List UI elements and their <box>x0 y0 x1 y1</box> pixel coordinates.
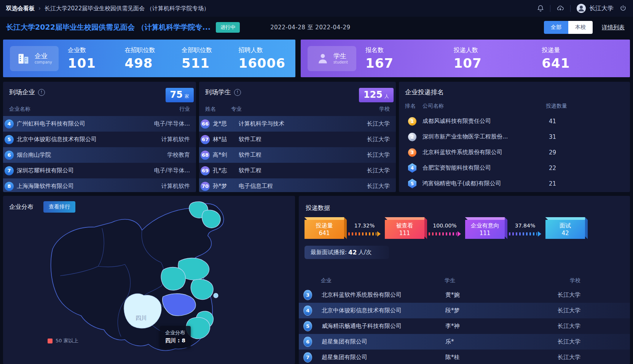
stat-value: 641 <box>542 56 630 71</box>
ranking-delivery-count: 29 <box>546 149 556 156</box>
student-table-header: 姓名 专业 学校 <box>199 106 396 113</box>
funnel-label: 被查看 <box>396 222 413 229</box>
ranking-delivery-count: 21 <box>546 180 556 187</box>
row-number-badge: 70 <box>201 182 210 191</box>
student-stats-card: 学生 student 报名数 167 投递人数 107 投递量 641 <box>301 40 630 77</box>
funnel-rate-2: 100.00% <box>424 223 465 237</box>
row-number-badge: 67 <box>201 135 210 144</box>
company-icon-box: 企业 company <box>10 46 59 71</box>
china-map[interactable]: 四川 <box>30 200 258 356</box>
ranking-delivery-count: 31 <box>546 134 556 140</box>
company-icon-label: 企业 <box>35 52 52 60</box>
student-name: 林*喆 <box>213 136 239 143</box>
row-number-badge: 8 <box>5 182 14 191</box>
company-distribution-panel: 企业分布 查看排行 <box>3 196 295 364</box>
row-number-badge: 7 <box>5 166 14 175</box>
scope-toggle: 全部 本校 <box>544 21 593 34</box>
broadcast-unit: 人/次 <box>358 249 372 256</box>
ranking-row: 1 成都风诚科技有限责任公司 41 <box>399 113 630 129</box>
row-number-badge: 4 <box>303 305 312 316</box>
dashboard-app: 双选会看板 长江大学2022届毕业生校园供需见面会 （计算机科学学院专场） 长江… <box>0 0 633 364</box>
broadcast-label: 最新面试播报: <box>311 249 347 256</box>
row-number-badge: 5 <box>303 321 312 331</box>
company-name: 上海海隆软件有限公司 <box>17 183 161 190</box>
student-count-value: 125 <box>364 89 383 100</box>
middle-panels: 到场企业 75 家 企业名称 行业 4 广州虹科电子科技有限公司 电子/半导体.… <box>0 77 633 192</box>
company-industry: 学校教育 <box>167 151 190 159</box>
delivery-company: 北京科蓝软件系统股份有限公司 <box>322 291 445 299</box>
delivery-company: 超星集团有限公司 <box>322 338 445 345</box>
student-row: 67 林*喆 软件工程 长江大学 <box>199 132 396 147</box>
breadcrumb-current: 长江大学2022届毕业生校园供需见面会 （计算机科学学院专场） <box>45 5 209 12</box>
info-icon[interactable] <box>38 89 45 96</box>
student-name: 高*剑 <box>213 151 239 159</box>
dotted-arrow-icon <box>348 231 381 237</box>
stat-value: 167 <box>365 56 454 71</box>
col-company-name: 企业名称 <box>9 106 179 113</box>
company-industry: 计算机软件 <box>161 136 190 143</box>
funnel-label: 面试 <box>560 222 571 229</box>
col-delivery-student: 学生 <box>445 277 570 284</box>
ranking-company-name: 成都风诚科技有限责任公司 <box>423 118 546 125</box>
ranking-row: 2 深圳市新产业生物医学工程股份... 31 <box>399 129 630 145</box>
toggle-all[interactable]: 全部 <box>544 21 568 34</box>
company-industry: 电子/半导体... <box>154 120 190 127</box>
stat-label: 投递人数 <box>454 46 542 54</box>
divider <box>550 5 550 12</box>
user-menu[interactable]: 长江大学 <box>576 3 614 13</box>
breadcrumb-root[interactable]: 双选会看板 <box>6 5 35 12</box>
stat-value: 511 <box>182 56 239 71</box>
student-major: 软件工程 <box>239 167 367 174</box>
topbar-actions: 长江大学 <box>537 3 627 13</box>
col-delivery-count: 投递数量 <box>546 103 567 110</box>
dotted-arrow-icon <box>429 231 461 237</box>
province-shanghai <box>214 293 218 298</box>
student-icon-label: 学生 <box>333 52 348 60</box>
detail-list-link[interactable]: 详情列表 <box>602 24 625 31</box>
company-row: 6 烟台南山学院 学校教育 <box>3 147 196 163</box>
sichuan-label: 四川 <box>136 315 147 321</box>
student-major: 电子信息工程 <box>239 183 367 190</box>
funnel-label: 企业有意向 <box>471 222 499 229</box>
stat-value: 107 <box>454 56 542 71</box>
delivery-row: 3 北京科蓝软件系统股份有限公司 黄*婉 长江大学 <box>299 287 630 303</box>
funnel-rate-1: 17.32% <box>344 223 385 237</box>
student-name: 龙*思 <box>213 120 239 127</box>
ranking-company-name: 北京科蓝软件系统股份有限公司 <box>423 149 546 156</box>
stat-label: 全部职位数 <box>182 46 239 54</box>
cloud-download-icon[interactable] <box>556 5 564 12</box>
student-school: 长江大学 <box>367 136 390 143</box>
company-icon-labels: 企业 company <box>35 52 52 64</box>
row-number-badge: 5 <box>5 135 14 144</box>
stat-item: 投递人数 107 <box>454 46 542 71</box>
bell-icon[interactable] <box>537 5 544 12</box>
student-name: 孙*梦 <box>213 183 239 190</box>
company-table-header: 企业名称 行业 <box>3 106 196 113</box>
student-row: 69 孔*志 软件工程 长江大学 <box>199 163 396 178</box>
delivery-title: 投递数据 <box>299 196 630 212</box>
funnel-stage-viewed: 被查看 111 <box>385 220 424 239</box>
row-number-badge: 6 <box>5 151 14 160</box>
delivery-student: 段*梦 <box>445 307 558 314</box>
student-school: 长江大学 <box>367 120 390 127</box>
page-title: 长江大学2022届毕业生校园供需见面会 （计算机科学学院专... <box>6 22 210 32</box>
company-stats-card: 企业 company 企业数 101 在招职位数 498 全部职位数 511 <box>3 40 295 77</box>
stat-item: 全部职位数 511 <box>182 46 239 71</box>
stat-label: 报名数 <box>365 46 454 54</box>
funnel-rate-3: 37.84% <box>505 223 545 237</box>
stat-item: 投递量 641 <box>542 46 630 71</box>
student-major: 计算机科学与技术 <box>239 120 367 127</box>
col-school: 学校 <box>379 106 390 113</box>
info-icon[interactable] <box>234 89 241 96</box>
topbar: 双选会看板 长江大学2022届毕业生校园供需见面会 （计算机科学学院专场） 长江… <box>0 0 633 17</box>
company-count-value: 75 <box>170 89 183 100</box>
divider <box>570 5 571 12</box>
user-name: 长江大学 <box>589 5 614 13</box>
legend-label: 50 家以上 <box>56 337 78 344</box>
toggle-school[interactable]: 本校 <box>568 21 593 34</box>
row-number-badge: 7 <box>303 352 312 362</box>
stat-label: 招聘人数 <box>239 46 296 54</box>
event-header: 长江大学2022届毕业生校园供需见面会 （计算机科学学院专... 进行中 202… <box>0 17 633 38</box>
power-icon[interactable] <box>619 5 627 12</box>
funnel-value: 111 <box>399 230 410 237</box>
